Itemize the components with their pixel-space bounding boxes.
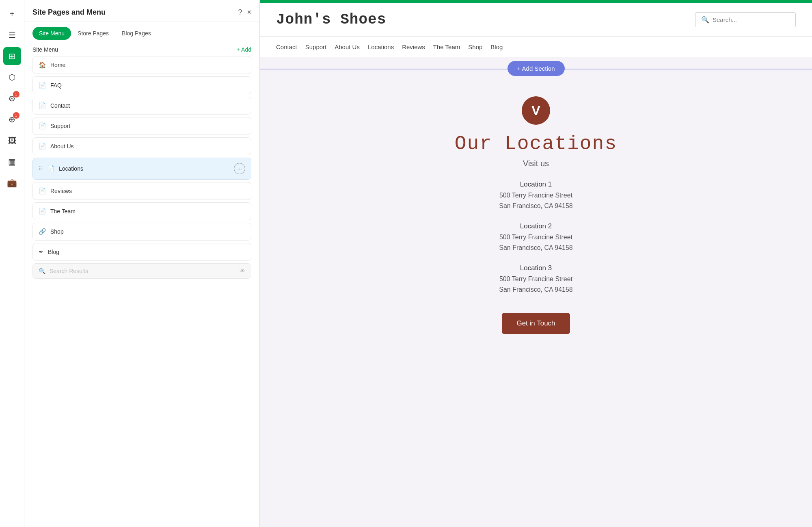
panel-title: Site Pages and Menu	[32, 8, 106, 17]
left-sidebar: + ☰ ⊞ ⬡ ⊛ 1 ⊕ 1 🖼 ▦ 💼	[0, 0, 24, 527]
page-name-reviews: Reviews	[50, 188, 245, 194]
location-3-name: Location 3	[276, 264, 796, 272]
page-name-locations: Locations	[59, 165, 230, 172]
page-item-shop[interactable]: 🔗 Shop	[32, 223, 251, 241]
support-icon: 📄	[39, 122, 46, 130]
add-section-bar: + Add Section	[260, 57, 812, 80]
page-heading: Our Locations	[276, 133, 796, 155]
tab-site-menu[interactable]: Site Menu	[32, 27, 71, 40]
nav-support[interactable]: Support	[305, 43, 327, 50]
search-small-icon: 🔍	[39, 268, 45, 274]
page-item-reviews[interactable]: 📄 Reviews	[32, 182, 251, 200]
location-3-addr1: 500 Terry Francine Street	[276, 274, 796, 284]
icon-hamburger[interactable]: ☰	[3, 26, 21, 44]
location-1: Location 1 500 Terry Francine Street San…	[276, 180, 796, 211]
tab-navigation: Site Menu Store Pages Blog Pages	[24, 22, 259, 40]
page-name-home: Home	[50, 62, 245, 68]
nav-blog[interactable]: Blog	[490, 43, 503, 50]
drag-handle-icon: ⠿	[39, 166, 42, 171]
tab-store-pages[interactable]: Store Pages	[71, 27, 115, 40]
location-1-name: Location 1	[276, 180, 796, 189]
panel-header-icons: ? ×	[238, 8, 251, 17]
icon-pages[interactable]: ⊞	[3, 47, 21, 65]
close-icon[interactable]: ×	[247, 8, 251, 17]
icon-apps[interactable]: ⊛ 1	[3, 89, 21, 107]
site-pages-panel: Site Pages and Menu ? × Site Menu Store …	[24, 0, 260, 527]
location-3-addr2: San Francisco, CA 94158	[276, 284, 796, 295]
site-logo: V	[522, 96, 550, 125]
icon-media[interactable]: 🖼	[3, 132, 21, 150]
more-options-button[interactable]: ···	[234, 163, 245, 174]
contact-icon: 📄	[39, 102, 46, 109]
page-item-locations[interactable]: ⠿ 📄 Locations ···	[32, 158, 251, 180]
icon-extensions[interactable]: ⊕ 1	[3, 111, 21, 128]
panel-header: Site Pages and Menu ? ×	[24, 0, 259, 22]
page-name-contact: Contact	[50, 102, 245, 109]
logo-letter: V	[531, 103, 540, 118]
site-navigation: John's Shoes 🔍	[260, 3, 812, 37]
blog-icon: ✒	[39, 248, 44, 256]
search-icon: 🔍	[701, 16, 709, 24]
page-item-faq[interactable]: 📄 FAQ	[32, 76, 251, 94]
main-content: John's Shoes 🔍 Contact Support About Us …	[260, 0, 812, 527]
page-name-support: Support	[50, 123, 245, 129]
page-content: V Our Locations Visit us Location 1 500 …	[260, 80, 812, 350]
location-1-addr1: 500 Terry Francine Street	[276, 190, 796, 201]
location-1-addr2: San Francisco, CA 94158	[276, 201, 796, 211]
get-in-touch-button[interactable]: Get in Touch	[502, 313, 570, 334]
page-item-home[interactable]: 🏠 Home	[32, 56, 251, 74]
top-green-bar	[260, 0, 812, 3]
locations-icon: 📄	[47, 165, 55, 172]
help-icon[interactable]: ?	[238, 8, 242, 17]
page-name-faq: FAQ	[50, 82, 245, 89]
icon-briefcase[interactable]: 💼	[3, 174, 21, 192]
search-results-item[interactable]: 🔍 Search Results 👁	[32, 263, 251, 279]
site-search-box[interactable]: 🔍	[695, 12, 796, 27]
nav-the-team[interactable]: The Team	[433, 43, 460, 50]
faq-icon: 📄	[39, 82, 46, 89]
page-item-blog[interactable]: ✒ Blog	[32, 243, 251, 261]
page-item-support[interactable]: 📄 Support	[32, 117, 251, 135]
location-2-addr1: 500 Terry Francine Street	[276, 232, 796, 243]
website-preview: John's Shoes 🔍 Contact Support About Us …	[260, 0, 812, 527]
nav-locations[interactable]: Locations	[368, 43, 394, 50]
team-icon: 📄	[39, 208, 46, 215]
reviews-icon: 📄	[39, 187, 46, 195]
nav-shop[interactable]: Shop	[468, 43, 482, 50]
tab-blog-pages[interactable]: Blog Pages	[115, 27, 158, 40]
shop-icon: 🔗	[39, 228, 46, 235]
icon-add[interactable]: +	[3, 5, 21, 23]
add-section-button[interactable]: + Add Section	[508, 61, 565, 76]
page-item-the-team[interactable]: 📄 The Team	[32, 202, 251, 220]
page-name-shop: Shop	[50, 228, 245, 235]
location-3: Location 3 500 Terry Francine Street San…	[276, 264, 796, 295]
nav-contact[interactable]: Contact	[276, 43, 297, 50]
section-label: Site Menu	[32, 46, 58, 53]
location-2: Location 2 500 Terry Francine Street San…	[276, 222, 796, 253]
page-subheading: Visit us	[276, 159, 796, 168]
page-name-about-us: About Us	[50, 143, 245, 150]
add-page-button[interactable]: + Add	[237, 46, 251, 53]
page-list: 🏠 Home 📄 FAQ 📄 Contact 📄 Support 📄 About…	[24, 56, 259, 279]
site-search-input[interactable]	[713, 16, 790, 23]
icon-grid[interactable]: ▦	[3, 153, 21, 171]
section-header: Site Menu + Add	[24, 40, 259, 56]
nav-about-us[interactable]: About Us	[335, 43, 360, 50]
nav-links-bar: Contact Support About Us Locations Revie…	[260, 37, 812, 57]
eye-icon[interactable]: 👁	[240, 268, 245, 274]
page-name-blog: Blog	[48, 249, 245, 255]
page-item-contact[interactable]: 📄 Contact	[32, 97, 251, 115]
location-2-name: Location 2	[276, 222, 796, 230]
about-icon: 📄	[39, 143, 46, 150]
home-icon: 🏠	[39, 61, 46, 69]
page-name-the-team: The Team	[50, 208, 245, 215]
search-results-text: Search Results	[50, 268, 235, 274]
site-title: John's Shoes	[276, 3, 386, 36]
icon-design[interactable]: ⬡	[3, 68, 21, 86]
page-item-about-us[interactable]: 📄 About Us	[32, 137, 251, 155]
location-2-addr2: San Francisco, CA 94158	[276, 243, 796, 253]
nav-reviews[interactable]: Reviews	[402, 43, 425, 50]
